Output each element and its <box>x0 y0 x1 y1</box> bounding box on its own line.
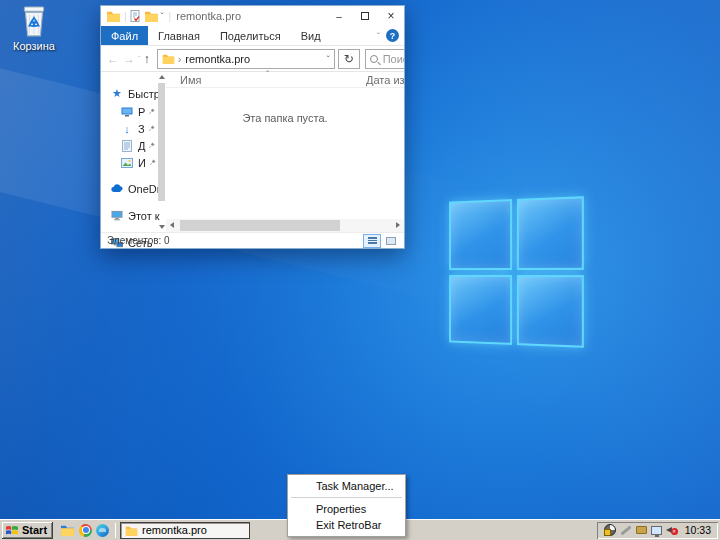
pin-icon <box>148 125 155 132</box>
menu-item-task-manager[interactable]: Task Manager... <box>289 478 404 494</box>
tab-view[interactable]: Вид <box>291 26 331 45</box>
this-pc-icon <box>111 210 123 222</box>
qat-dropdown-icon[interactable]: ˇ <box>161 11 164 21</box>
windows-logo-pane <box>449 199 511 269</box>
pen-input-icon[interactable] <box>620 525 631 535</box>
column-header-date-modified[interactable]: Дата изме <box>366 74 405 86</box>
pictures-icon <box>121 157 133 169</box>
help-button[interactable]: ? <box>386 29 399 42</box>
history-dropdown-icon[interactable]: ˇ <box>138 54 141 63</box>
windows-logo-pane <box>516 196 583 269</box>
sidebar-item-label: Р <box>138 106 145 118</box>
address-dropdown-icon[interactable]: ˇ <box>327 54 330 64</box>
quick-launch <box>60 524 109 537</box>
items-count: Элементов: 0 <box>107 235 170 246</box>
tab-file[interactable]: Файл <box>101 26 148 45</box>
sidebar-item-quick-access[interactable]: ★ Быстр <box>101 84 157 103</box>
clock[interactable]: 10:33 <box>685 524 711 536</box>
minimize-button[interactable]: – <box>326 6 352 26</box>
documents-icon <box>121 140 133 152</box>
forward-button[interactable]: → <box>123 52 135 66</box>
tab-home-label: Главная <box>158 30 200 42</box>
close-button[interactable]: × <box>378 6 404 26</box>
desktop-icon <box>121 106 133 118</box>
sidebar-item-label: И <box>138 157 146 169</box>
sidebar-item-this-pc[interactable]: Этот к <box>101 206 157 225</box>
sidebar-item-pictures[interactable]: И <box>101 154 157 171</box>
pin-icon <box>148 108 155 115</box>
scrollbar-thumb[interactable] <box>158 83 165 201</box>
tab-view-label: Вид <box>301 30 321 42</box>
column-header-name[interactable]: Имя <box>180 74 201 86</box>
windows-logo-pane <box>516 275 583 348</box>
scroll-right-icon[interactable] <box>396 222 400 228</box>
qat-new-folder-icon[interactable] <box>144 10 159 22</box>
file-list-pane: Имя ˆ Дата изме Эта папка пуста. <box>166 72 404 232</box>
taskbar-task-button[interactable]: remontka.pro <box>120 522 250 539</box>
task-button-label: remontka.pro <box>142 524 207 536</box>
sidebar-gap <box>101 171 157 179</box>
removable-hardware-icon[interactable] <box>636 526 647 534</box>
edge-icon[interactable] <box>96 524 109 537</box>
pin-icon <box>149 159 156 166</box>
details-view-icon <box>368 237 377 244</box>
chrome-icon[interactable] <box>79 524 92 537</box>
taskbar-divider <box>115 523 116 538</box>
menu-item-exit-retrobar[interactable]: Exit RetroBar <box>289 517 404 533</box>
sidebar-item-onedrive[interactable]: OneDr <box>101 179 157 198</box>
system-tray: ✕ 10:33 <box>597 522 718 539</box>
horizontal-scrollbar[interactable] <box>166 219 404 232</box>
menu-item-label: Properties <box>316 503 366 515</box>
window-title: remontka.pro <box>176 10 241 22</box>
windows-logo-pane <box>449 274 511 344</box>
scroll-left-icon[interactable] <box>170 222 174 228</box>
title-bar[interactable]: | ˇ | remontka.pro – × <box>101 6 404 26</box>
folder-contents[interactable]: Эта папка пуста. <box>166 88 404 219</box>
refresh-button[interactable]: ↻ <box>338 49 360 69</box>
maximize-button[interactable] <box>352 6 378 26</box>
sidebar-item-label: З <box>138 123 145 135</box>
sidebar-item-desktop[interactable]: Р <box>101 103 157 120</box>
qat-properties-icon[interactable] <box>130 10 141 22</box>
scroll-up-icon[interactable] <box>159 75 165 79</box>
network-status-icon[interactable] <box>651 526 662 535</box>
tab-share[interactable]: Поделиться <box>210 26 291 45</box>
refresh-icon: ↻ <box>344 52 354 66</box>
menu-item-properties[interactable]: Properties <box>289 501 404 517</box>
sidebar-item-label: Этот к <box>128 210 160 222</box>
address-box[interactable]: › remontka.pro ˇ <box>157 49 335 69</box>
back-button[interactable]: ← <box>107 52 119 66</box>
titlebar-separator: | <box>124 11 127 22</box>
windows-logo <box>449 196 584 348</box>
column-headers: Имя ˆ Дата изме <box>166 72 404 88</box>
pin-icon <box>148 142 155 149</box>
menu-separator <box>291 497 402 498</box>
sidebar-item-documents[interactable]: Д <box>101 137 157 154</box>
sidebar-scrollbar[interactable] <box>157 72 166 232</box>
breadcrumb[interactable]: remontka.pro <box>185 53 326 65</box>
sort-ascending-icon[interactable]: ˆ <box>266 70 269 81</box>
scrollbar-thumb[interactable] <box>180 220 340 231</box>
minimize-icon: – <box>336 11 342 22</box>
status-bar: Элементов: 0 <box>101 232 404 248</box>
mute-badge-icon: ✕ <box>671 528 678 535</box>
address-bar-row: ← → ˇ ↑ › remontka.pro ˇ ↻ Поиск: remont… <box>101 46 404 72</box>
close-icon: × <box>387 9 394 23</box>
large-icons-view-button[interactable] <box>382 234 400 248</box>
up-button[interactable]: ↑ <box>144 52 150 66</box>
sidebar-item-downloads[interactable]: ↓ З <box>101 120 157 137</box>
ribbon-tab-strip: Файл Главная Поделиться Вид ˇ ? <box>101 26 404 46</box>
onedrive-icon <box>111 183 123 195</box>
search-input[interactable]: Поиск: remontka.pro <box>365 49 405 69</box>
menu-item-label: Task Manager... <box>316 480 394 492</box>
recycle-bin-icon <box>19 6 49 38</box>
scroll-down-icon[interactable] <box>159 225 165 229</box>
ribbon-collapse-icon[interactable]: ˇ <box>377 31 380 41</box>
start-button[interactable]: Start <box>2 522 53 539</box>
volume-muted-icon[interactable]: ✕ <box>666 525 678 535</box>
tab-home[interactable]: Главная <box>148 26 210 45</box>
recycle-bin-desktop-icon[interactable]: Корзина <box>6 6 62 52</box>
security-warning-icon[interactable] <box>604 524 616 536</box>
file-explorer-icon[interactable] <box>60 524 75 536</box>
details-view-button[interactable] <box>363 234 381 248</box>
